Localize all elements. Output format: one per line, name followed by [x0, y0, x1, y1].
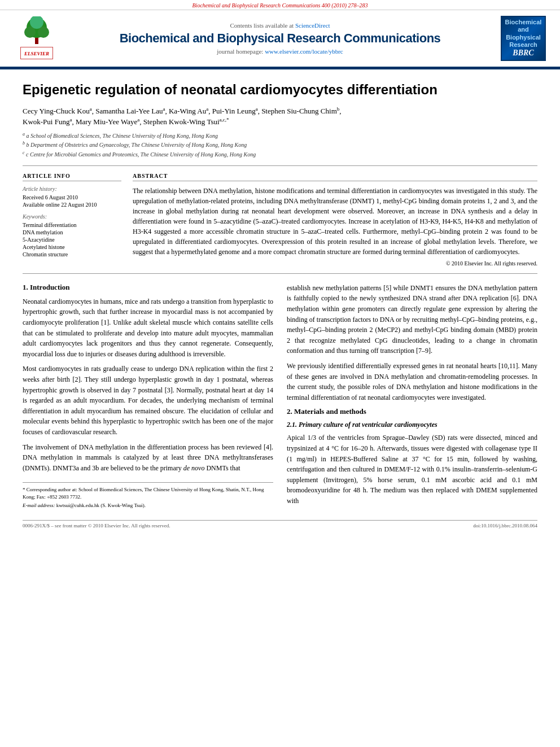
footnote-area: * Corresponding author at: School of Bio… — [23, 482, 273, 509]
bbrc-logo: BiochemicalandBiophysicalResearch BBRC — [501, 16, 546, 61]
abstract-col: ABSTRACT The relationship between DNA me… — [133, 173, 537, 267]
methods-text: Apical 1/3 of the ventricles from Spragu… — [287, 433, 537, 506]
available-date: Available online 22 August 2010 — [23, 202, 121, 208]
page-footer: 0006-291X/$ – see front matter © 2010 El… — [23, 520, 537, 528]
elsevier-logo-area: ELSEVIER — [11, 16, 62, 60]
keywords-label: Keywords: — [23, 213, 121, 220]
methods-para: Apical 1/3 of the ventricles from Spragu… — [287, 433, 537, 506]
authors-line: Cecy Ying-Chuck Koua, Samantha Lai-Yee L… — [23, 105, 537, 128]
keyword-3: 5-Azacytidine — [23, 237, 121, 243]
journal-bar: Biochemical and Biophysical Research Com… — [0, 0, 560, 10]
elsevier-tree-icon — [20, 16, 54, 45]
intro-heading: 1. Introduction — [23, 283, 273, 292]
journal-homepage: journal homepage: www.elsevier.com/locat… — [68, 48, 492, 55]
keyword-5: Chromatin structure — [23, 251, 121, 257]
article-history-label: Article history: — [23, 186, 121, 192]
intro-text: Neonatal cardiomyocytes in humans, mice … — [23, 296, 273, 474]
right-para-2: We previously identified differentially … — [287, 361, 537, 403]
intro-para-3: The involvement of DNA methylation in th… — [23, 442, 273, 474]
received-date: Received 6 August 2010 — [23, 194, 121, 200]
section-divider-2 — [23, 273, 537, 274]
keyword-1: Terminal differentiation — [23, 222, 121, 228]
intro-para-1: Neonatal cardiomyocytes in humans, mice … — [23, 296, 273, 360]
copyright-text: © 2010 Elsevier Inc. All rights reserved… — [133, 260, 537, 267]
keyword-2: DNA methylation — [23, 229, 121, 235]
article-info-label: ARTICLE INFO — [23, 173, 121, 181]
journal-title: Biochemical and Biophysical Research Com… — [68, 31, 492, 46]
info-abstract-section: ARTICLE INFO Article history: Received 6… — [23, 173, 537, 267]
bbrc-logo-text: BiochemicalandBiophysicalResearch BBRC — [505, 19, 542, 58]
header-center: Contents lists available at ScienceDirec… — [68, 22, 492, 55]
sciencedirect-link[interactable]: ScienceDirect — [295, 22, 330, 29]
article-content: Epigenetic regulation of neonatal cardio… — [0, 69, 560, 540]
footer-doi: doi:10.1016/j.bbrc.2010.08.064 — [473, 523, 537, 528]
elsevier-label: ELSEVIER — [24, 51, 49, 56]
authors-text: Cecy Ying-Chuck Koua, Samantha Lai-Yee L… — [23, 107, 342, 126]
journal-bar-text: Biochemical and Biophysical Research Com… — [193, 2, 368, 8]
body-section: 1. Introduction Neonatal cardiomyocytes … — [23, 283, 537, 511]
right-intro-text: establish new methylation patterns [5] w… — [287, 283, 537, 403]
intro-para-2: Most cardiomyocytes in rats gradually ce… — [23, 364, 273, 437]
body-left-col: 1. Introduction Neonatal cardiomyocytes … — [23, 283, 273, 511]
bbrc-logo-area: BiochemicalandBiophysicalResearch BBRC — [498, 16, 549, 61]
affiliations: a a School of Biomedical Sciences, The C… — [23, 131, 537, 159]
page-header: ELSEVIER Contents lists available at Sci… — [0, 10, 560, 68]
affiliation-b: b b Department of Obstetrics and Gynaeco… — [23, 140, 537, 149]
svg-point-2 — [24, 27, 36, 38]
affiliation-c: c c Centre for Microbial Genomics and Pr… — [23, 150, 537, 159]
keywords-section: Keywords: Terminal differentiation DNA m… — [23, 213, 121, 257]
footnote-2: E-mail address: kwtsui@cuhk.edu.hk (S. K… — [23, 502, 273, 509]
footer-issn: 0006-291X/$ – see front matter © 2010 El… — [23, 523, 170, 528]
article-title: Epigenetic regulation of neonatal cardio… — [23, 81, 537, 98]
footnote-1: * Corresponding author at: School of Bio… — [23, 486, 273, 500]
abstract-label: ABSTRACT — [133, 173, 537, 181]
svg-point-3 — [38, 27, 49, 38]
affiliation-a: a a School of Biomedical Sciences, The C… — [23, 131, 537, 140]
abstract-paragraph: The relationship between DNA methylation… — [133, 186, 537, 257]
abstract-text: The relationship between DNA methylation… — [133, 186, 537, 257]
methods-heading: 2. Materials and methods — [287, 407, 537, 416]
section-divider-1 — [23, 165, 537, 166]
sciencedirect-line: Contents lists available at ScienceDirec… — [68, 22, 492, 29]
body-right-col: establish new methylation patterns [5] w… — [287, 283, 537, 511]
elsevier-box: ELSEVIER — [20, 47, 53, 59]
keyword-4: Acetylated histone — [23, 244, 121, 250]
article-info-col: ARTICLE INFO Article history: Received 6… — [23, 173, 121, 267]
methods-subsection: 2.1. Primary culture of rat ventricular … — [287, 421, 537, 429]
homepage-url[interactable]: www.elsevier.com/locate/ybbrc — [265, 48, 343, 55]
right-para-1: establish new methylation patterns [5] w… — [287, 283, 537, 356]
